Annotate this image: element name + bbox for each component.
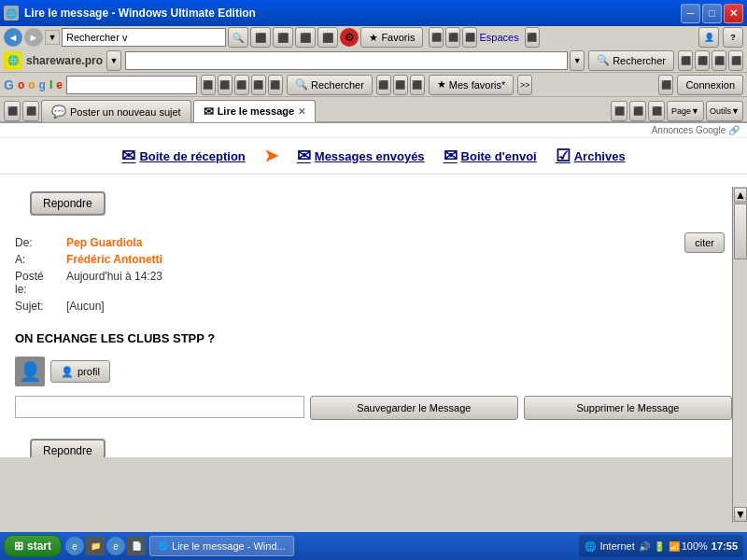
- taskbar-ie-icon2[interactable]: e: [106, 537, 125, 555]
- help-btn[interactable]: ?: [723, 27, 743, 48]
- scroll-down[interactable]: ▼: [734, 507, 747, 522]
- gb-btn-1[interactable]: ⬛: [376, 75, 391, 95]
- tab-nav-btn-2[interactable]: ⬛: [22, 101, 39, 121]
- to-label: A:: [15, 253, 66, 266]
- nav-btn-2[interactable]: ⬛: [273, 27, 293, 48]
- google-logo-o: o: [18, 78, 24, 91]
- main-content: Annonces Google 🔗 ✉ Boite de réception ➤…: [0, 123, 747, 457]
- gb-btn-2[interactable]: ⬛: [393, 75, 408, 95]
- outbox-link[interactable]: ✉ Boite d'envoi: [444, 146, 537, 166]
- tab-read-message[interactable]: ✉ Lire le message ✕: [193, 100, 317, 122]
- posted-value: Aujourd'hui à 14:23: [66, 270, 162, 296]
- shareware-dropdown[interactable]: ▼: [106, 50, 121, 71]
- profil-button[interactable]: 👤 profil: [50, 360, 110, 383]
- url-input[interactable]: [125, 51, 568, 70]
- taskbar-file-icon[interactable]: 📄: [127, 537, 146, 555]
- nav-extra-1[interactable]: ⬛: [429, 27, 444, 48]
- extra-btn-1[interactable]: ⬛: [525, 27, 540, 48]
- minimize-button[interactable]: ─: [681, 4, 700, 23]
- scroll-up[interactable]: ▲: [734, 188, 747, 203]
- url-dropdown[interactable]: ▼: [570, 50, 585, 71]
- nav-btn-3[interactable]: ⬛: [295, 27, 316, 48]
- to-row: A: Frédéric Antonetti: [15, 253, 732, 266]
- nav-btn-1[interactable]: ⬛: [250, 27, 271, 48]
- start-button[interactable]: ⊞ start: [4, 535, 62, 557]
- tab-extra-btn-2[interactable]: ⬛: [629, 101, 646, 121]
- tray-progress-icon: 📶: [669, 541, 680, 552]
- addr-btn-3[interactable]: ⬛: [712, 50, 726, 71]
- mes-favoris-button[interactable]: ★ Mes favoris*: [429, 75, 514, 95]
- google-logo-e: e: [56, 78, 63, 91]
- taskbar: ⊞ start e 📁 e 📄 🌐 Lire le message - Wind…: [0, 532, 747, 560]
- connexion-button[interactable]: Connexion: [677, 75, 743, 95]
- scrollbar[interactable]: ▲ ▼: [732, 187, 747, 523]
- sauvegarder-button[interactable]: Sauvegarder le Message: [310, 396, 518, 420]
- recherche-button[interactable]: 🔍 Rechercher: [588, 50, 674, 71]
- ads-link[interactable]: 🔗: [728, 125, 740, 135]
- gb-btn-4[interactable]: >>: [517, 75, 532, 95]
- inbox-link[interactable]: ✉ Boite de réception: [121, 146, 245, 166]
- recherche-icon: 🔍: [597, 54, 610, 66]
- forward-button[interactable]: ►: [24, 28, 43, 47]
- search-input[interactable]: [62, 28, 226, 47]
- archives-link[interactable]: ☑ Archives: [556, 146, 626, 166]
- google-btn-4[interactable]: ⬛: [251, 75, 266, 95]
- gb-btn-3[interactable]: ⬛: [410, 75, 425, 95]
- tray-icon-1: 🔊: [639, 541, 650, 552]
- from-row: De: Pep Guardiola: [15, 236, 732, 249]
- addr-btn-4[interactable]: ⬛: [728, 50, 743, 71]
- google-logo-g: g: [39, 78, 46, 91]
- supprimer-button[interactable]: Supprimer le Message: [524, 396, 732, 420]
- close-button[interactable]: ✕: [724, 4, 743, 23]
- back-button[interactable]: ◄: [4, 28, 22, 47]
- outils-button[interactable]: Outils▼: [706, 101, 743, 121]
- subject-row: Sujet: [Aucun]: [15, 300, 732, 313]
- profil-avatar-icon: 👤: [15, 357, 45, 386]
- arrow-icon: ➤: [264, 146, 278, 166]
- nav-btn-4[interactable]: ⬛: [317, 27, 338, 48]
- message-header-area: De: Pep Guardiola A: Frédéric Antonetti …: [0, 229, 747, 324]
- scroll-thumb[interactable]: [734, 203, 747, 259]
- top-reply-area: Repondre: [0, 175, 747, 229]
- sent-link[interactable]: ✉ Messages envoyés: [297, 146, 425, 166]
- tabs-bar: ⬛ ⬛ 💬 Poster un nouveau sujet ✉ Lire le …: [0, 97, 747, 123]
- rechercher-button[interactable]: 🔍 Rechercher: [287, 75, 373, 95]
- addr-btn-1[interactable]: ⬛: [678, 50, 693, 71]
- repondre-button-bottom[interactable]: Repondre: [30, 439, 106, 457]
- spaces-link[interactable]: Espaces: [479, 32, 518, 43]
- from-value: Pep Guardiola: [66, 236, 142, 249]
- tab-nav-btn-1[interactable]: ⬛: [4, 101, 21, 121]
- google-btn-5[interactable]: ⬛: [268, 75, 283, 95]
- menu-bar: ◄ ► ▼ 🔍 ⬛ ⬛ ⬛ ⬛ ⚙ ★ Favoris ⬛ ⬛ ⬛ Espace…: [0, 26, 747, 49]
- message-body: ON ECHANGE LES CLUBS STPP ?: [0, 324, 747, 353]
- repondre-button-top[interactable]: Repondre: [30, 191, 106, 216]
- taskbar-active-window[interactable]: 🌐 Lire le message - Wind...: [149, 536, 294, 556]
- addr-btn-2[interactable]: ⬛: [695, 50, 710, 71]
- search-icon-2: 🔍: [295, 78, 308, 91]
- google-bar: G o o g l e ⬛ ⬛ ⬛ ⬛ ⬛ 🔍 Rechercher ⬛ ⬛ ⬛…: [0, 73, 747, 97]
- nav-extra-3[interactable]: ⬛: [462, 27, 477, 48]
- tab-new-post[interactable]: 💬 Poster un nouveau sujet: [41, 100, 191, 122]
- nav-extra-2[interactable]: ⬛: [445, 27, 460, 48]
- tab-extra-btn-3[interactable]: ⬛: [648, 101, 665, 121]
- window-icon: 🌐: [4, 6, 19, 21]
- google-btn-2[interactable]: ⬛: [218, 75, 233, 95]
- dropdown-button[interactable]: ▼: [45, 30, 60, 45]
- gb-btn-5[interactable]: ⬛: [658, 75, 673, 95]
- message-details: De: Pep Guardiola A: Frédéric Antonetti …: [0, 229, 747, 324]
- taskbar-ie-icon[interactable]: e: [65, 537, 84, 555]
- favoris-button[interactable]: ★ Favoris: [360, 27, 423, 48]
- tab-close-button[interactable]: ✕: [298, 106, 305, 117]
- tab-extra-btn-1[interactable]: ⬛: [611, 101, 627, 121]
- maximize-button[interactable]: □: [702, 4, 722, 23]
- citer-button[interactable]: citer: [684, 232, 725, 253]
- search-go-button[interactable]: 🔍: [228, 27, 248, 48]
- page-button[interactable]: Page▼: [667, 101, 704, 121]
- google-logo-l: l: [49, 78, 52, 91]
- google-btn-1[interactable]: ⬛: [201, 75, 216, 95]
- tools-btn[interactable]: 👤: [698, 27, 719, 48]
- message-input[interactable]: [15, 396, 304, 418]
- google-search-input[interactable]: [66, 76, 197, 94]
- google-btn-3[interactable]: ⬛: [234, 75, 249, 95]
- taskbar-folder-icon[interactable]: 📁: [86, 537, 105, 555]
